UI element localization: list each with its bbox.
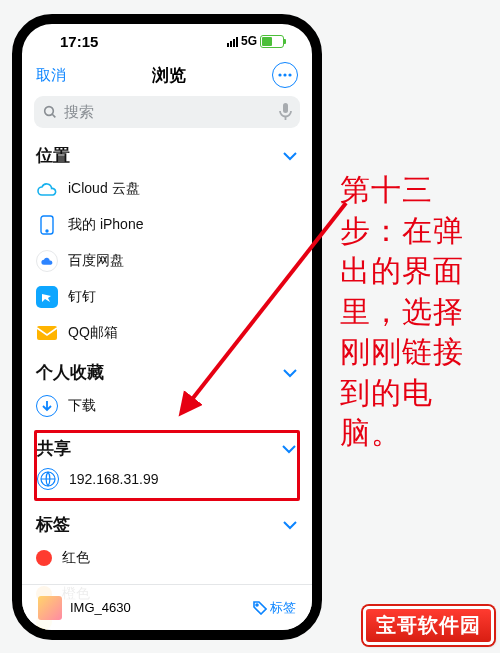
search-input[interactable]: 搜索 — [34, 96, 300, 128]
page-title: 浏览 — [152, 64, 186, 87]
favorite-downloads[interactable]: 下载 — [36, 388, 298, 424]
baidu-icon — [36, 250, 58, 272]
svg-line-4 — [52, 114, 55, 117]
svg-point-0 — [278, 73, 281, 76]
section-header-favorites[interactable]: 个人收藏 — [36, 351, 298, 388]
iphone-icon — [36, 214, 58, 236]
list-item-label: 钉钉 — [68, 288, 96, 306]
list-item-label: QQ邮箱 — [68, 324, 118, 342]
list-item-label: 我的 iPhone — [68, 216, 143, 234]
cancel-button[interactable]: 取消 — [36, 66, 66, 85]
list-item-label: 百度网盘 — [68, 252, 124, 270]
tag-button[interactable]: 标签 — [253, 599, 296, 617]
globe-icon — [37, 468, 59, 490]
chevron-down-icon — [282, 368, 298, 378]
download-icon — [36, 395, 58, 417]
list-item-label: 下载 — [68, 397, 96, 415]
location-icloud[interactable]: iCloud 云盘 — [36, 171, 298, 207]
tag-dot-icon — [36, 550, 52, 566]
svg-point-2 — [288, 73, 291, 76]
annotation-text: 第十三步：在弹出的界面里，选择刚刚链接到的电脑。 — [340, 170, 490, 454]
ellipsis-icon — [278, 73, 292, 77]
section-shared: 共享 192.168.31.99 — [22, 430, 312, 501]
mic-icon[interactable] — [279, 103, 292, 121]
svg-rect-5 — [283, 103, 288, 113]
chevron-down-icon — [281, 444, 297, 454]
bottom-bar: IMG_4630 标签 — [22, 584, 312, 630]
signal-icon — [227, 35, 238, 47]
nav-bar: 取消 浏览 — [22, 58, 312, 96]
network-label: 5G — [241, 34, 257, 48]
svg-point-1 — [283, 73, 286, 76]
status-bar: 17:15 5G — [22, 24, 312, 58]
section-header-locations[interactable]: 位置 — [36, 134, 298, 171]
search-placeholder: 搜索 — [64, 103, 94, 122]
cloud-icon — [36, 178, 58, 200]
location-baidu[interactable]: 百度网盘 — [36, 243, 298, 279]
list-item-label: 红色 — [62, 549, 90, 567]
section-title: 位置 — [36, 144, 70, 167]
section-favorites: 个人收藏 下载 — [22, 351, 312, 424]
svg-point-11 — [256, 604, 258, 606]
shared-server[interactable]: 192.168.31.99 — [37, 464, 297, 494]
recent-file[interactable]: IMG_4630 — [38, 596, 131, 620]
tag-button-label: 标签 — [270, 599, 296, 617]
svg-point-8 — [46, 230, 48, 232]
section-locations: 位置 iCloud 云盘 我的 iPhone 百度网盘 钉钉 — [22, 134, 312, 351]
thumbnail-icon — [38, 596, 62, 620]
watermark-badge: 宝哥软件园 — [363, 606, 494, 645]
section-title: 共享 — [37, 437, 71, 460]
location-qqmail[interactable]: QQ邮箱 — [36, 315, 298, 351]
search-icon — [42, 104, 58, 120]
chevron-down-icon — [282, 151, 298, 161]
qqmail-icon — [36, 322, 58, 344]
status-right: 5G — [227, 34, 284, 48]
location-iphone[interactable]: 我的 iPhone — [36, 207, 298, 243]
dingtalk-icon — [36, 286, 58, 308]
chevron-down-icon — [282, 520, 298, 530]
list-item-label: 192.168.31.99 — [69, 471, 159, 487]
section-header-shared[interactable]: 共享 — [37, 435, 297, 464]
phone-frame: 17:15 5G 取消 浏览 搜索 位置 iCloud 云盘 — [12, 14, 322, 640]
status-time: 17:15 — [60, 33, 98, 50]
annotation-highlight: 共享 192.168.31.99 — [34, 430, 300, 501]
svg-rect-9 — [37, 326, 57, 340]
tag-icon — [253, 601, 267, 615]
battery-icon — [260, 35, 284, 48]
tag-red[interactable]: 红色 — [36, 540, 298, 576]
more-button[interactable] — [272, 62, 298, 88]
filename-label: IMG_4630 — [70, 600, 131, 615]
section-title: 标签 — [36, 513, 70, 536]
section-header-tags[interactable]: 标签 — [36, 503, 298, 540]
location-dingtalk[interactable]: 钉钉 — [36, 279, 298, 315]
section-title: 个人收藏 — [36, 361, 104, 384]
list-item-label: iCloud 云盘 — [68, 180, 140, 198]
